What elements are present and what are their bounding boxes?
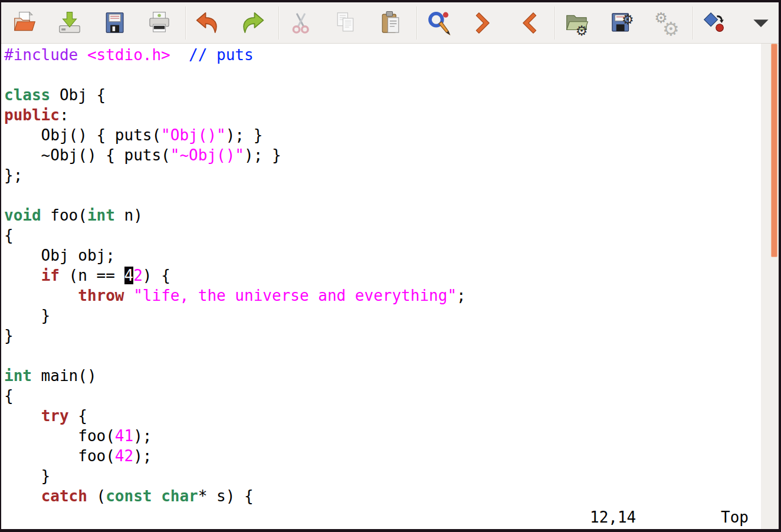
toolbar-separator (416, 6, 418, 40)
copy-button[interactable] (327, 5, 365, 41)
code-line: foo(41); (4, 426, 761, 446)
scrollbar-thumb[interactable] (771, 44, 777, 257)
redo-button[interactable] (234, 5, 271, 41)
overflow-menu-button[interactable] (747, 5, 775, 41)
find-prev-icon (515, 9, 542, 37)
code-line: Obj obj; (4, 245, 761, 265)
vertical-scrollbar[interactable] (761, 44, 779, 529)
find-next-button[interactable] (465, 5, 503, 41)
code-line: Obj() { puts("Obj()"); } (4, 125, 761, 145)
print-icon (146, 9, 173, 37)
save-icon (56, 9, 83, 37)
code-line: class Obj { (4, 85, 761, 105)
paste-button[interactable] (372, 5, 409, 41)
save-all-icon (101, 9, 128, 37)
code-line: if (n == 42) { (4, 265, 761, 285)
file-info: "test01_stack_unwind.cpp" 26L, 339C (78, 528, 401, 529)
gvim-window: ⚙⚙⚙⚙ #include <stdio.h> // putsclass Obj… (0, 0, 781, 532)
code-line: } (4, 306, 761, 326)
code-line: void foo(int n) (4, 205, 761, 225)
code-line: }; (4, 165, 761, 185)
text-editor-area[interactable]: #include <stdio.h> // putsclass Obj {pub… (1, 44, 761, 529)
code-line: catch (const char* s) { (4, 486, 761, 506)
code-line (4, 185, 761, 205)
print-button[interactable] (140, 5, 178, 41)
status-line: "test01_stack_unwind.cpp" 26L, 339C 12,1… (4, 507, 761, 527)
code-line: throw "life, the universe and everything… (4, 285, 761, 306)
main-area: #include <stdio.h> // putsclass Obj {pub… (1, 44, 779, 529)
copy-icon (332, 9, 359, 37)
find-prev-button[interactable] (510, 5, 547, 41)
find-replace-button[interactable] (420, 5, 458, 41)
code-line: } (4, 326, 761, 346)
code-line: int main() (4, 366, 761, 386)
build-tags-button[interactable] (696, 5, 734, 41)
code-line: } (4, 466, 761, 486)
code-line: #include <stdio.h> // puts (4, 45, 761, 65)
open-button[interactable] (6, 5, 44, 41)
find-next-icon (470, 9, 497, 37)
text-cursor: 4 (124, 267, 134, 284)
svg-text:⚙: ⚙ (662, 17, 680, 36)
save-all-button[interactable] (96, 5, 133, 41)
undo-button[interactable] (189, 5, 227, 41)
save-button[interactable] (51, 5, 88, 41)
cut-button[interactable] (282, 5, 320, 41)
code-line: { (4, 225, 761, 245)
toolbar-separator (185, 6, 186, 40)
code-line: try { (4, 406, 761, 426)
paste-icon (377, 9, 404, 37)
cut-icon (287, 9, 314, 37)
code-line (4, 346, 761, 366)
code-line: ~Obj() { puts("~Obj()"); } (4, 145, 761, 165)
ruler-cursor-position: 12,14 (590, 507, 636, 527)
code-line: foo(42); (4, 446, 761, 466)
ruler-scroll-position: Top (721, 507, 749, 527)
build-tags-icon (701, 9, 729, 37)
toolbar: ⚙⚙⚙⚙ (1, 2, 779, 44)
find-replace-icon (425, 9, 452, 37)
undo-icon (194, 9, 221, 37)
svg-text:⚙: ⚙ (622, 12, 634, 27)
toolbar-separator (693, 6, 694, 40)
overflow-menu-icon (747, 9, 775, 37)
toolbar-separator (554, 6, 556, 40)
redo-icon (239, 9, 266, 37)
save-session-icon: ⚙ (608, 9, 635, 37)
load-session-icon: ⚙ (563, 9, 590, 37)
code-line: public: (4, 105, 761, 125)
open-icon (11, 9, 38, 37)
load-session-button[interactable]: ⚙ (558, 5, 596, 41)
code-line (4, 65, 761, 85)
save-session-button[interactable]: ⚙ (603, 5, 641, 41)
run-script-icon: ⚙⚙ (653, 9, 680, 37)
code-line: { (4, 386, 761, 406)
toolbar-separator (278, 6, 280, 40)
svg-text:⚙: ⚙ (576, 22, 588, 36)
run-script-button[interactable]: ⚙⚙ (648, 5, 685, 41)
